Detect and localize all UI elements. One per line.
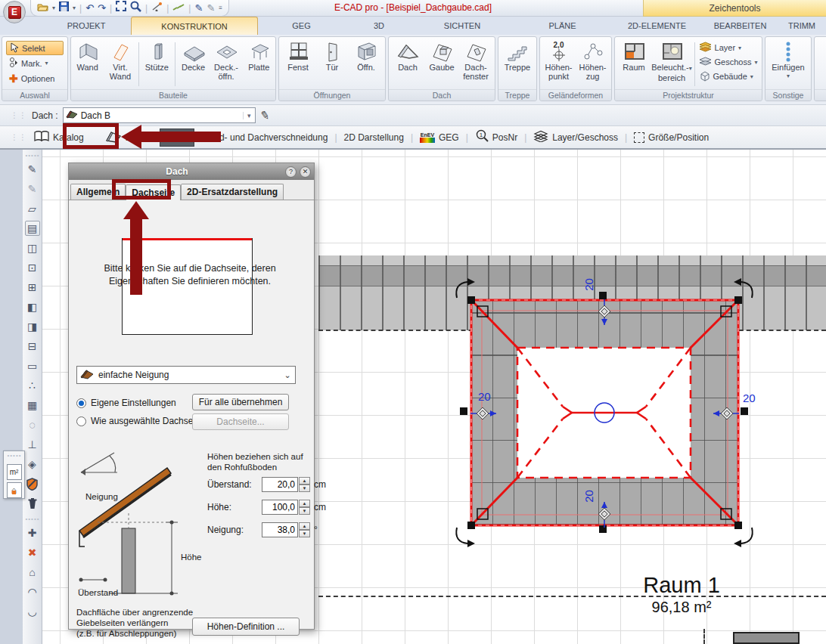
contextual-tools-header[interactable]: Zeichentools [643, 0, 826, 17]
field-neigung: Neigung: ▲▼ ° [207, 522, 318, 537]
polygon-edit-icon[interactable]: ▱ [25, 201, 40, 216]
fenster-button[interactable]: Fenst [281, 39, 315, 72]
2d-darstellung-button[interactable]: 2D Darstellung [340, 130, 408, 145]
deck-oeffn-button[interactable]: Deck.-öffn. [210, 39, 242, 81]
arc-icon[interactable]: ◠ [25, 584, 40, 599]
annotation-arrow-dachseite-tab [123, 201, 149, 219]
shield-icon[interactable] [25, 476, 40, 491]
circle-nodes-icon[interactable]: ◌ [25, 417, 40, 432]
dropdown-arrow-icon[interactable]: ⌄ [280, 370, 295, 380]
radio-wie-ausgewaehlte[interactable]: Wie ausgewählte Dachseite [76, 416, 203, 426]
delete-icon[interactable]: ✖ [25, 545, 40, 560]
posnr-button[interactable]: 1 PosNr [471, 127, 521, 147]
roof-combobox[interactable]: Dach B ▾ [63, 107, 256, 123]
decke-button[interactable]: Decke [177, 39, 210, 72]
radio-dot[interactable] [76, 398, 86, 408]
dachseite-button[interactable]: Dachseite... [192, 413, 289, 430]
toolbar-grip[interactable]: ••••• [26, 152, 39, 159]
tuer-button[interactable]: Tür [315, 39, 349, 72]
wall-join-icon[interactable]: ⊟ [25, 339, 40, 354]
dots-icon[interactable]: ∴ [25, 378, 40, 393]
tab-2d-ersatzdarstellung[interactable]: 2D-Ersatzdarstellung [181, 184, 284, 200]
toolbar-grip[interactable]: ••••• [8, 452, 21, 459]
tab-konstruktion[interactable]: KONSTRUKTION [131, 17, 258, 35]
dach-button[interactable]: Dach [391, 39, 425, 72]
einfuegen-button[interactable]: Einfügen ▾ [767, 39, 809, 81]
connector-icon[interactable]: ⊥ [25, 437, 40, 452]
layers-icon[interactable]: ◈ [25, 457, 40, 472]
toolbar-grip[interactable]: ⋮⋮ [11, 111, 27, 119]
edit-roof-icon[interactable]: ✎ [259, 108, 271, 123]
tab-geg[interactable]: GEG [258, 17, 345, 35]
neigung-input[interactable] [262, 522, 298, 537]
raum-button[interactable]: Raum [617, 39, 651, 72]
gaube-button[interactable]: Gaube [425, 39, 459, 72]
platte-button[interactable]: Platte [243, 39, 275, 72]
tab-plaene[interactable]: PLÄNE [511, 17, 613, 35]
separator [694, 42, 695, 86]
tab-bearbeiten[interactable]: BEARBEITEN [700, 17, 780, 35]
virt-wand-button[interactable]: Virt.Wand [104, 39, 136, 81]
beleuchtungsbereich-button[interactable]: Beleucht.-▾ bereich [651, 39, 693, 82]
tab-projekt[interactable]: PROJEKT [42, 17, 131, 35]
hoehen-definition-button[interactable]: Höhen-Definition ... [192, 618, 300, 636]
optionen-button[interactable]: ✚ Optionen [6, 71, 64, 85]
groesse-position-button[interactable]: Größe/Position [630, 130, 713, 145]
close-icon[interactable]: ✕ [300, 166, 311, 178]
dialog-title-bar[interactable]: Dach ? ✕ [69, 163, 314, 180]
tab-trimm[interactable]: TRIMM [780, 17, 824, 35]
hoehe-spinner[interactable]: ▲▼ [299, 500, 310, 515]
room-stamp-icon[interactable]: ⌂ [7, 482, 22, 498]
oeffnung-button[interactable]: Öffn. [349, 39, 384, 72]
hoehenpunkt-button[interactable]: 2,0 Höhen-punkt [542, 39, 576, 81]
grid-icon[interactable]: ▦ [25, 398, 40, 413]
dim-left: 20 [478, 390, 491, 403]
plus-icon[interactable]: ✚ [25, 525, 40, 540]
wall-height-icon[interactable]: ▤ [25, 221, 40, 236]
wall-split-left-icon[interactable]: ◧ [25, 299, 40, 314]
neigung-spinner[interactable]: ▲▼ [299, 522, 310, 537]
geg-button[interactable]: EnEV GEG [416, 130, 463, 145]
arc2-icon[interactable]: ◡ [25, 604, 40, 619]
polygon-move-icon[interactable]: ⊡ [25, 260, 40, 275]
selekt-button[interactable]: Selekt [6, 41, 64, 55]
combo-arrow-icon[interactable]: ▾ [243, 112, 255, 119]
wall-split-right-icon[interactable]: ◨ [25, 319, 40, 334]
help-icon[interactable]: ? [285, 166, 297, 178]
roof-type-dropdown[interactable]: einfache Neigung ⌄ [76, 366, 296, 384]
hoehenzug-button[interactable]: Höhen-zug [576, 39, 610, 81]
fuer-alle-uebernehmen-button[interactable]: Für alle übernehmen [192, 394, 289, 410]
trash-icon[interactable] [25, 496, 40, 511]
toolbar-grip[interactable]: ⋮⋮ [11, 133, 27, 141]
treppe-button[interactable]: Treppe [501, 39, 535, 72]
polygon-copy-icon[interactable]: ▭ [25, 358, 40, 373]
druck-button[interactable]: Druck [822, 39, 826, 72]
ueberstand-input[interactable] [262, 477, 298, 492]
edit-add-icon[interactable]: ✎ [25, 162, 40, 177]
mark-button[interactable]: Mark. ▾ [6, 56, 64, 70]
app-menu-button[interactable]: E [3, 1, 26, 23]
hoehe-input[interactable] [262, 500, 298, 515]
radio-dot[interactable] [76, 416, 86, 426]
ueberstand-spinner[interactable]: ▲▼ [299, 477, 310, 492]
wand-button[interactable]: Wand [71, 39, 104, 72]
tab-2d-elemente[interactable]: 2D-ELEMENTE [613, 17, 700, 35]
radio-eigene-einstellungen[interactable]: Eigene Einstellungen [76, 398, 176, 408]
dachfenster-button[interactable]: Dach-fenster [459, 39, 493, 81]
edit-icon[interactable]: ✎ [25, 181, 40, 197]
area-label-icon[interactable]: m² [7, 464, 22, 480]
roof-edit-icon[interactable]: ⌂ [25, 565, 40, 580]
tab-sichten[interactable]: SICHTEN [413, 17, 511, 35]
roof-type-icon [80, 369, 94, 382]
wall-fragment[interactable] [733, 632, 800, 644]
toolbar-grip[interactable]: ••••• [26, 516, 39, 522]
stuetze-button[interactable]: Stütze [141, 39, 173, 72]
tab-3d[interactable]: 3D [345, 17, 413, 35]
gebaeude-menu[interactable]: Gebäude▾ [699, 70, 758, 83]
geschoss-menu[interactable]: Geschoss▾ [699, 55, 758, 69]
virt-wand-icon [109, 40, 132, 63]
layer-geschoss-button[interactable]: Layer/Geschoss [529, 128, 622, 147]
wall-section-icon[interactable]: ◫ [25, 240, 40, 255]
polygon-add-icon[interactable]: ⊞ [25, 280, 40, 295]
layer-menu[interactable]: Layer▾ [699, 41, 758, 54]
